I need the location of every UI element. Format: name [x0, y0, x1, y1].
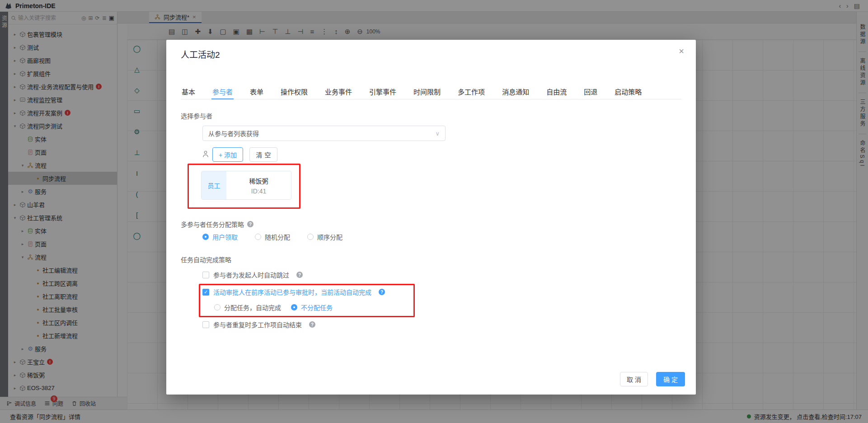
option-sequential-assign[interactable]: 顺序分配	[307, 232, 343, 241]
tab-multi-workitem[interactable]: 多工作项	[457, 84, 486, 99]
assign-strategy-label: 多参与者任务分配策略 ?	[181, 220, 253, 229]
checkbox-auto-end-duplicate[interactable]: 参与者重复时多工作项自动结束 ?	[202, 320, 315, 329]
help-icon[interactable]: ?	[247, 221, 253, 227]
tab-permissions[interactable]: 操作权限	[280, 84, 309, 99]
tab-form[interactable]: 表单	[249, 84, 264, 99]
radio-off-icon[interactable]	[307, 234, 314, 240]
tab-free-flow[interactable]: 自由流	[545, 84, 568, 99]
option-random-assign[interactable]: 随机分配	[255, 232, 290, 241]
cancel-button[interactable]: 取消	[620, 372, 648, 386]
help-icon[interactable]: ?	[309, 321, 315, 328]
dialog-title: 人工活动2	[181, 48, 220, 60]
tab-basic[interactable]: 基本	[181, 84, 196, 99]
tab-business-events[interactable]: 业务事件	[324, 84, 353, 99]
participant-source-select[interactable]: 从参与者列表获得 ∨	[202, 126, 446, 141]
tab-engine-events[interactable]: 引擎事件	[368, 84, 397, 99]
person-icon	[202, 150, 209, 158]
participant-id: ID:41	[251, 188, 266, 195]
participant-name: 稀饭粥	[249, 176, 268, 185]
dialog-close-icon[interactable]: ×	[679, 46, 684, 56]
add-participant-button[interactable]: + 添加	[212, 147, 243, 162]
participant-section-label: 选择参与者	[181, 111, 212, 120]
radio-off-icon[interactable]	[255, 234, 261, 240]
checkbox-off-icon[interactable]	[202, 321, 209, 328]
checkbox-on-icon[interactable]: ✓	[202, 289, 209, 296]
confirm-button[interactable]: 确定	[656, 372, 685, 386]
clear-participants-button[interactable]: 清空	[249, 147, 277, 162]
radio-on-icon[interactable]	[202, 234, 209, 240]
tab-rollback[interactable]: 回退	[583, 84, 598, 99]
auto-complete-label: 任务自动完成策略	[181, 255, 231, 264]
help-icon[interactable]: ?	[296, 272, 303, 278]
participant-type: 员工	[202, 171, 226, 199]
checkbox-off-icon[interactable]	[202, 272, 209, 278]
assign-strategy-options: 用户领取 随机分配 顺序分配	[202, 232, 360, 241]
dialog-tabs: 基本 参与者 表单 操作权限 业务事件 引擎事件 时间限制 多工作项 消息通知 …	[181, 84, 681, 99]
tab-participants[interactable]: 参与者	[211, 84, 234, 99]
tab-notifications[interactable]: 消息通知	[501, 84, 530, 99]
option-user-claim[interactable]: 用户领取	[202, 232, 238, 241]
checkbox-auto-complete-prior-approval[interactable]: ✓ 活动审批人在前序活动已参与审批时，当前活动自动完成 ?	[202, 287, 385, 296]
help-icon-blue[interactable]: ?	[379, 289, 385, 295]
chevron-down-icon: ∨	[435, 130, 440, 137]
checkbox-skip-if-initiator[interactable]: 参与者为发起人时自动跳过 ?	[202, 270, 303, 279]
tab-time-limit[interactable]: 时间限制	[413, 84, 441, 99]
activity-dialog: 人工活动2 × 基本 参与者 表单 操作权限 业务事件 引擎事件 时间限制 多工…	[166, 40, 696, 395]
tab-start-strategy[interactable]: 启动策略	[614, 84, 643, 99]
participant-card[interactable]: 员工 稀饭粥 ID:41	[201, 171, 291, 200]
